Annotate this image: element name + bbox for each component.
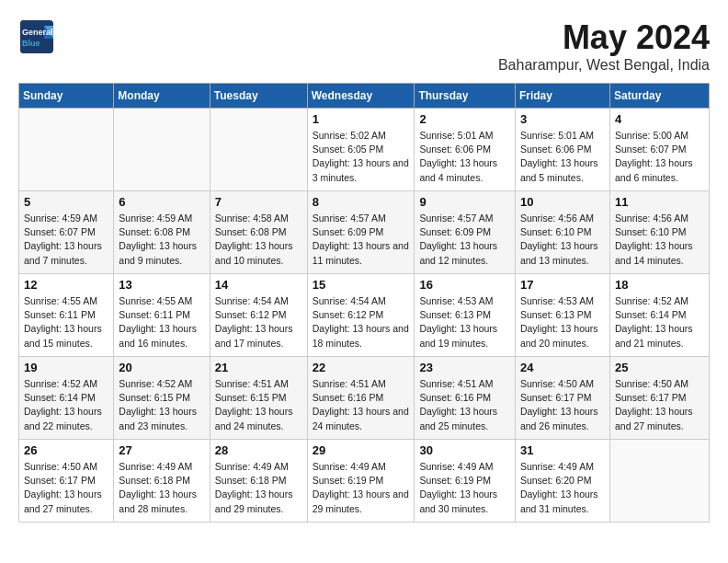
cell-content: Daylight: 13 hours and 31 minutes. bbox=[520, 488, 598, 513]
svg-text:Blue: Blue bbox=[22, 39, 40, 48]
day-number: 23 bbox=[419, 361, 510, 374]
week-row-1: 5Sunrise: 4:59 AMSunset: 6:07 PMDaylight… bbox=[19, 191, 710, 274]
calendar-cell: 16Sunrise: 4:53 AMSunset: 6:13 PMDayligh… bbox=[415, 274, 516, 357]
calendar-cell: 6Sunrise: 4:59 AMSunset: 6:08 PMDaylight… bbox=[114, 191, 210, 274]
calendar-cell: 25Sunrise: 4:50 AMSunset: 6:17 PMDayligh… bbox=[609, 357, 709, 440]
calendar-cell: 13Sunrise: 4:55 AMSunset: 6:11 PMDayligh… bbox=[114, 274, 210, 357]
cell-content: Sunrise: 4:49 AM bbox=[119, 461, 192, 472]
cell-content: Sunrise: 4:50 AM bbox=[520, 378, 594, 389]
cell-content: Sunrise: 5:02 AM bbox=[313, 130, 386, 141]
calendar-cell: 8Sunrise: 4:57 AMSunset: 6:09 PMDaylight… bbox=[307, 191, 415, 274]
logo-icon: General Blue bbox=[18, 18, 55, 55]
cell-content: Daylight: 13 hours and 25 minutes. bbox=[419, 406, 497, 431]
cell-content: Sunrise: 4:54 AM bbox=[313, 295, 386, 306]
cell-content: Sunrise: 5:01 AM bbox=[520, 130, 594, 141]
calendar-cell: 31Sunrise: 4:49 AMSunset: 6:20 PMDayligh… bbox=[515, 440, 609, 523]
cell-content: Daylight: 13 hours and 19 minutes. bbox=[419, 323, 497, 348]
day-number: 6 bbox=[119, 195, 204, 209]
cell-content: Daylight: 13 hours and 29 minutes. bbox=[313, 488, 409, 513]
day-number: 18 bbox=[615, 278, 704, 292]
cell-content: Daylight: 13 hours and 21 minutes. bbox=[615, 323, 693, 348]
day-number: 8 bbox=[313, 195, 410, 209]
day-number: 19 bbox=[24, 361, 108, 374]
cell-content: Sunrise: 4:51 AM bbox=[215, 378, 289, 389]
cell-content: Daylight: 13 hours and 26 minutes. bbox=[520, 406, 598, 431]
calendar-cell: 24Sunrise: 4:50 AMSunset: 6:17 PMDayligh… bbox=[515, 357, 609, 440]
cell-content: Daylight: 13 hours and 9 minutes. bbox=[119, 240, 197, 265]
cell-content: Sunset: 6:19 PM bbox=[419, 475, 491, 486]
calendar-cell bbox=[609, 440, 709, 523]
cell-content: Daylight: 13 hours and 20 minutes. bbox=[520, 323, 598, 348]
cell-content: Sunset: 6:16 PM bbox=[419, 392, 491, 403]
day-number: 16 bbox=[419, 278, 510, 292]
cell-content: Sunset: 6:13 PM bbox=[419, 309, 491, 320]
day-number: 31 bbox=[520, 443, 605, 457]
calendar-cell: 2Sunrise: 5:01 AMSunset: 6:06 PMDaylight… bbox=[415, 109, 516, 191]
cell-content: Sunset: 6:18 PM bbox=[215, 475, 287, 486]
calendar-cell: 17Sunrise: 4:53 AMSunset: 6:13 PMDayligh… bbox=[515, 274, 609, 357]
cell-content: Sunrise: 4:50 AM bbox=[615, 378, 688, 389]
cell-content: Daylight: 13 hours and 12 minutes. bbox=[419, 240, 497, 265]
day-header-wednesday: Wednesday bbox=[307, 84, 415, 109]
cell-content: Daylight: 13 hours and 18 minutes. bbox=[313, 323, 409, 348]
cell-content: Sunset: 6:08 PM bbox=[119, 226, 190, 237]
calendar-cell: 5Sunrise: 4:59 AMSunset: 6:07 PMDaylight… bbox=[19, 191, 114, 274]
cell-content: Sunset: 6:10 PM bbox=[615, 226, 687, 237]
cell-content: Sunrise: 4:51 AM bbox=[313, 378, 386, 389]
cell-content: Daylight: 13 hours and 24 minutes. bbox=[215, 406, 293, 431]
week-row-3: 19Sunrise: 4:52 AMSunset: 6:14 PMDayligh… bbox=[19, 357, 710, 440]
cell-content: Sunrise: 4:57 AM bbox=[419, 213, 493, 224]
cell-content: Sunset: 6:09 PM bbox=[419, 226, 491, 237]
day-number: 26 bbox=[24, 443, 108, 457]
cell-content: Sunrise: 4:54 AM bbox=[215, 295, 289, 306]
calendar-cell: 4Sunrise: 5:00 AMSunset: 6:07 PMDaylight… bbox=[609, 109, 709, 191]
cell-content: Daylight: 13 hours and 16 minutes. bbox=[119, 323, 197, 348]
cell-content: Sunset: 6:15 PM bbox=[215, 392, 287, 403]
cell-content: Daylight: 13 hours and 27 minutes. bbox=[615, 406, 693, 431]
calendar-cell: 1Sunrise: 5:02 AMSunset: 6:05 PMDaylight… bbox=[307, 109, 415, 191]
day-number: 21 bbox=[215, 361, 302, 374]
calendar-cell bbox=[19, 109, 114, 191]
cell-content: Sunset: 6:10 PM bbox=[520, 226, 592, 237]
cell-content: Sunset: 6:11 PM bbox=[119, 309, 190, 320]
day-number: 29 bbox=[313, 443, 410, 457]
cell-content: Sunset: 6:09 PM bbox=[313, 226, 384, 237]
cell-content: Sunrise: 4:52 AM bbox=[615, 295, 688, 306]
calendar-cell: 12Sunrise: 4:55 AMSunset: 6:11 PMDayligh… bbox=[19, 274, 114, 357]
calendar-table: SundayMondayTuesdayWednesdayThursdayFrid… bbox=[18, 83, 710, 523]
calendar-body: 1Sunrise: 5:02 AMSunset: 6:05 PMDaylight… bbox=[19, 109, 710, 523]
calendar-cell bbox=[114, 109, 210, 191]
cell-content: Sunrise: 4:49 AM bbox=[520, 461, 594, 472]
cell-content: Sunrise: 4:49 AM bbox=[313, 461, 386, 472]
day-header-thursday: Thursday bbox=[415, 84, 516, 109]
cell-content: Daylight: 13 hours and 13 minutes. bbox=[520, 240, 598, 265]
day-number: 5 bbox=[24, 195, 108, 209]
cell-content: Sunset: 6:06 PM bbox=[419, 144, 491, 155]
day-number: 20 bbox=[119, 361, 204, 374]
calendar-cell: 21Sunrise: 4:51 AMSunset: 6:15 PMDayligh… bbox=[210, 357, 307, 440]
day-number: 30 bbox=[419, 443, 510, 457]
cell-content: Sunrise: 4:55 AM bbox=[119, 295, 192, 306]
day-number: 1 bbox=[313, 112, 410, 126]
calendar-cell: 27Sunrise: 4:49 AMSunset: 6:18 PMDayligh… bbox=[114, 440, 210, 523]
cell-content: Sunrise: 4:53 AM bbox=[520, 295, 594, 306]
cell-content: Sunrise: 4:55 AM bbox=[24, 295, 97, 306]
day-number: 28 bbox=[215, 443, 302, 457]
cell-content: Sunrise: 4:56 AM bbox=[520, 213, 594, 224]
cell-content: Daylight: 13 hours and 27 minutes. bbox=[24, 488, 102, 513]
day-number: 22 bbox=[313, 361, 410, 374]
cell-content: Sunset: 6:14 PM bbox=[615, 309, 687, 320]
cell-content: Sunset: 6:19 PM bbox=[313, 475, 384, 486]
cell-content: Daylight: 13 hours and 4 minutes. bbox=[419, 157, 497, 182]
calendar-cell: 7Sunrise: 4:58 AMSunset: 6:08 PMDaylight… bbox=[210, 191, 307, 274]
calendar-cell bbox=[210, 109, 307, 191]
day-number: 4 bbox=[615, 112, 704, 126]
day-number: 12 bbox=[24, 278, 108, 292]
day-number: 3 bbox=[520, 112, 605, 126]
cell-content: Daylight: 13 hours and 10 minutes. bbox=[215, 240, 293, 265]
calendar-cell: 30Sunrise: 4:49 AMSunset: 6:19 PMDayligh… bbox=[415, 440, 516, 523]
calendar-header-row: SundayMondayTuesdayWednesdayThursdayFrid… bbox=[19, 84, 710, 109]
cell-content: Sunset: 6:18 PM bbox=[119, 475, 190, 486]
cell-content: Sunset: 6:17 PM bbox=[24, 475, 96, 486]
svg-text:General: General bbox=[22, 28, 53, 37]
